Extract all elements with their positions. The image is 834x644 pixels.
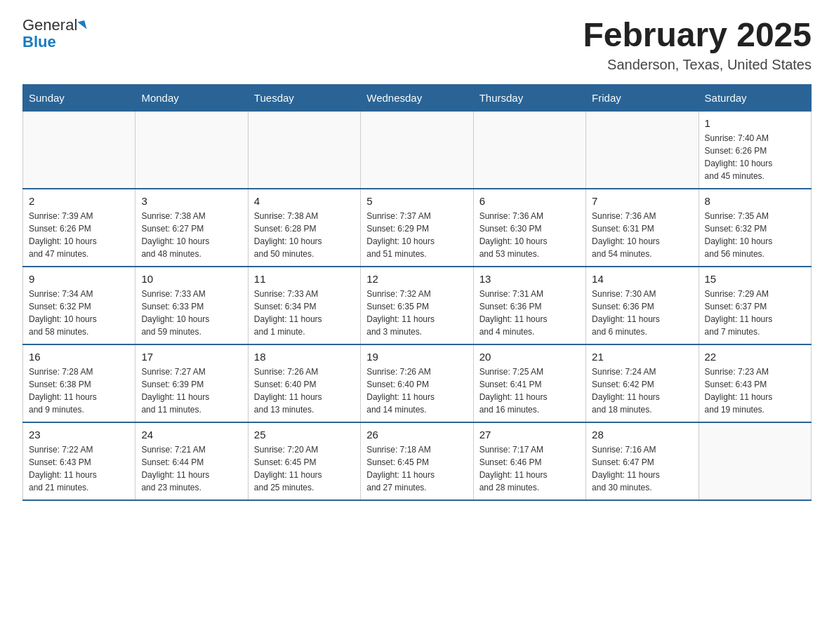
day-info: Sunrise: 7:22 AM Sunset: 6:43 PM Dayligh… [29,443,129,494]
day-number: 13 [479,273,580,285]
table-row: 28Sunrise: 7:16 AM Sunset: 6:47 PM Dayli… [586,422,699,500]
table-row: 7Sunrise: 7:36 AM Sunset: 6:31 PM Daylig… [586,189,699,267]
day-number: 14 [592,273,692,285]
table-row [473,111,585,189]
day-number: 1 [705,117,805,129]
calendar-week-row: 23Sunrise: 7:22 AM Sunset: 6:43 PM Dayli… [23,422,812,500]
table-row: 23Sunrise: 7:22 AM Sunset: 6:43 PM Dayli… [23,422,135,500]
day-info: Sunrise: 7:40 AM Sunset: 6:26 PM Dayligh… [705,132,805,182]
table-row: 18Sunrise: 7:26 AM Sunset: 6:40 PM Dayli… [248,344,360,422]
table-row [248,111,360,189]
day-number: 10 [141,273,241,285]
day-number: 3 [141,195,241,207]
table-row: 12Sunrise: 7:32 AM Sunset: 6:35 PM Dayli… [361,267,473,344]
table-row: 8Sunrise: 7:35 AM Sunset: 6:32 PM Daylig… [699,189,811,267]
table-row: 11Sunrise: 7:33 AM Sunset: 6:34 PM Dayli… [248,267,360,344]
col-saturday: Saturday [699,84,811,111]
day-info: Sunrise: 7:37 AM Sunset: 6:29 PM Dayligh… [366,210,467,260]
calendar-week-row: 2Sunrise: 7:39 AM Sunset: 6:26 PM Daylig… [23,189,812,267]
table-row: 15Sunrise: 7:29 AM Sunset: 6:37 PM Dayli… [699,267,811,344]
page-header: General Blue February 2025 Sanderson, Te… [22,17,812,73]
day-info: Sunrise: 7:18 AM Sunset: 6:45 PM Dayligh… [366,443,467,494]
table-row: 4Sunrise: 7:38 AM Sunset: 6:28 PM Daylig… [248,189,360,267]
col-sunday: Sunday [23,84,135,111]
day-info: Sunrise: 7:39 AM Sunset: 6:26 PM Dayligh… [29,210,129,260]
col-thursday: Thursday [473,84,585,111]
day-info: Sunrise: 7:23 AM Sunset: 6:43 PM Dayligh… [705,365,805,416]
day-info: Sunrise: 7:33 AM Sunset: 6:33 PM Dayligh… [141,288,241,338]
day-number: 27 [479,429,580,441]
table-row: 25Sunrise: 7:20 AM Sunset: 6:45 PM Dayli… [248,422,360,500]
day-info: Sunrise: 7:16 AM Sunset: 6:47 PM Dayligh… [592,443,692,494]
day-number: 28 [592,429,692,441]
day-number: 19 [366,351,467,363]
day-number: 25 [254,429,355,441]
table-row: 10Sunrise: 7:33 AM Sunset: 6:33 PM Dayli… [135,267,248,344]
day-info: Sunrise: 7:28 AM Sunset: 6:38 PM Dayligh… [29,365,129,416]
table-row: 3Sunrise: 7:38 AM Sunset: 6:27 PM Daylig… [135,189,248,267]
day-info: Sunrise: 7:33 AM Sunset: 6:34 PM Dayligh… [254,288,355,338]
table-row [699,422,811,500]
calendar-header-row: Sunday Monday Tuesday Wednesday Thursday… [23,84,812,111]
table-row: 22Sunrise: 7:23 AM Sunset: 6:43 PM Dayli… [699,344,811,422]
day-number: 5 [366,195,467,207]
col-wednesday: Wednesday [361,84,473,111]
day-number: 21 [592,351,692,363]
day-number: 4 [254,195,355,207]
logo-arrow-icon [78,20,87,31]
day-number: 12 [366,273,467,285]
day-number: 18 [254,351,355,363]
table-row: 19Sunrise: 7:26 AM Sunset: 6:40 PM Dayli… [361,344,473,422]
day-number: 9 [29,273,129,285]
day-number: 23 [29,429,129,441]
col-friday: Friday [586,84,699,111]
table-row: 2Sunrise: 7:39 AM Sunset: 6:26 PM Daylig… [23,189,135,267]
day-number: 15 [705,273,805,285]
day-info: Sunrise: 7:20 AM Sunset: 6:45 PM Dayligh… [254,443,355,494]
day-info: Sunrise: 7:21 AM Sunset: 6:44 PM Dayligh… [141,443,241,494]
table-row: 20Sunrise: 7:25 AM Sunset: 6:41 PM Dayli… [473,344,585,422]
logo-blue: Blue [22,34,56,51]
day-number: 16 [29,351,129,363]
day-info: Sunrise: 7:26 AM Sunset: 6:40 PM Dayligh… [366,365,467,416]
day-info: Sunrise: 7:25 AM Sunset: 6:41 PM Dayligh… [479,365,580,416]
logo: General Blue [22,17,86,51]
table-row: 21Sunrise: 7:24 AM Sunset: 6:42 PM Dayli… [586,344,699,422]
day-number: 20 [479,351,580,363]
table-row [361,111,473,189]
day-number: 17 [141,351,241,363]
table-row: 6Sunrise: 7:36 AM Sunset: 6:30 PM Daylig… [473,189,585,267]
day-info: Sunrise: 7:29 AM Sunset: 6:37 PM Dayligh… [705,288,805,338]
table-row: 5Sunrise: 7:37 AM Sunset: 6:29 PM Daylig… [361,189,473,267]
day-number: 7 [592,195,692,207]
table-row: 17Sunrise: 7:27 AM Sunset: 6:39 PM Dayli… [135,344,248,422]
calendar-week-row: 9Sunrise: 7:34 AM Sunset: 6:32 PM Daylig… [23,267,812,344]
day-number: 24 [141,429,241,441]
day-info: Sunrise: 7:35 AM Sunset: 6:32 PM Dayligh… [705,210,805,260]
table-row [135,111,248,189]
day-number: 11 [254,273,355,285]
table-row [586,111,699,189]
logo-general: General [22,17,77,34]
col-monday: Monday [135,84,248,111]
calendar-table: Sunday Monday Tuesday Wednesday Thursday… [22,84,812,501]
table-row: 14Sunrise: 7:30 AM Sunset: 6:36 PM Dayli… [586,267,699,344]
day-number: 8 [705,195,805,207]
day-info: Sunrise: 7:36 AM Sunset: 6:30 PM Dayligh… [479,210,580,260]
day-info: Sunrise: 7:31 AM Sunset: 6:36 PM Dayligh… [479,288,580,338]
col-tuesday: Tuesday [248,84,360,111]
location: Sanderson, Texas, United States [583,57,812,73]
day-number: 26 [366,429,467,441]
table-row: 26Sunrise: 7:18 AM Sunset: 6:45 PM Dayli… [361,422,473,500]
table-row [23,111,135,189]
day-info: Sunrise: 7:26 AM Sunset: 6:40 PM Dayligh… [254,365,355,416]
day-info: Sunrise: 7:24 AM Sunset: 6:42 PM Dayligh… [592,365,692,416]
day-number: 22 [705,351,805,363]
day-info: Sunrise: 7:36 AM Sunset: 6:31 PM Dayligh… [592,210,692,260]
table-row: 9Sunrise: 7:34 AM Sunset: 6:32 PM Daylig… [23,267,135,344]
day-number: 2 [29,195,129,207]
calendar-week-row: 16Sunrise: 7:28 AM Sunset: 6:38 PM Dayli… [23,344,812,422]
table-row: 24Sunrise: 7:21 AM Sunset: 6:44 PM Dayli… [135,422,248,500]
month-title: February 2025 [583,17,812,54]
table-row: 13Sunrise: 7:31 AM Sunset: 6:36 PM Dayli… [473,267,585,344]
